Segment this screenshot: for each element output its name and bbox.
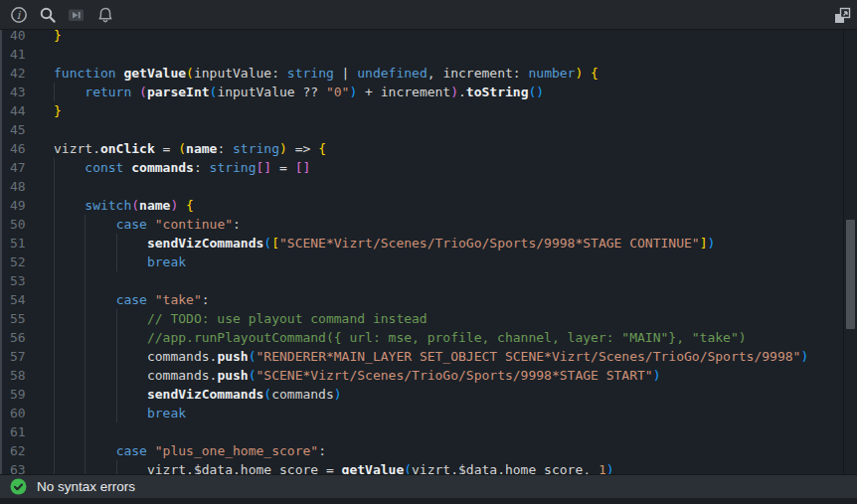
line-number[interactable]: 56: [10, 328, 36, 347]
code-line[interactable]: 49 switch(name) {: [2, 196, 843, 215]
indent-guide: [85, 422, 86, 441]
code-line[interactable]: 47 const commands: string[] = []: [2, 158, 843, 177]
code-line[interactable]: 40}: [2, 30, 843, 45]
code-token: }: [54, 103, 62, 118]
code-token: [54, 387, 147, 402]
line-number[interactable]: 61: [10, 422, 36, 441]
code-token: [: [271, 236, 279, 251]
line-number[interactable]: 62: [10, 441, 36, 460]
line-number[interactable]: 41: [10, 45, 36, 64]
line-number[interactable]: 57: [10, 347, 36, 366]
bell-icon[interactable]: [94, 4, 116, 26]
popout-window-icon[interactable]: [831, 5, 853, 27]
line-number[interactable]: 50: [10, 215, 36, 234]
code-token: (: [178, 141, 186, 156]
code-line[interactable]: 52 break: [2, 252, 843, 271]
line-number[interactable]: 55: [10, 309, 36, 328]
code-line[interactable]: 60 break: [2, 404, 843, 422]
line-number[interactable]: 52: [10, 252, 36, 271]
code-token: (: [186, 66, 194, 81]
code-line[interactable]: 62 case "plus_one_home_score":: [2, 441, 843, 460]
code-token: [178, 198, 186, 213]
code-text: const commands: string[] = []: [54, 158, 310, 177]
line-number[interactable]: 40: [10, 30, 36, 45]
code-line[interactable]: 58 commands.push("SCENE*Vizrt/Scenes/Tri…: [2, 366, 843, 385]
indent-guide: [54, 271, 55, 290]
line-number[interactable]: 59: [10, 385, 36, 404]
line-number[interactable]: 60: [10, 404, 36, 422]
code-line[interactable]: 59 sendVizCommands(commands): [2, 385, 843, 404]
code-token: , increment:: [428, 66, 529, 81]
line-number[interactable]: 48: [10, 177, 36, 196]
code-token: [54, 84, 85, 99]
vertical-scrollbar[interactable]: [843, 30, 857, 474]
code-token: ): [334, 387, 342, 402]
code-token: ): [450, 84, 458, 99]
code-line[interactable]: 63 vizrt.$data.home_score = getValue(viz…: [2, 460, 843, 474]
code-token: }: [54, 30, 62, 43]
code-token: vizrt.$data.home_score,: [412, 462, 599, 474]
code-text: }: [54, 30, 62, 45]
code-text: case "take":: [54, 290, 210, 309]
code-line[interactable]: 54 case "take":: [2, 290, 843, 309]
code-token: =: [271, 160, 294, 175]
code-text: }: [54, 101, 62, 120]
line-number[interactable]: 54: [10, 290, 36, 309]
line-number[interactable]: 63: [10, 460, 36, 474]
code-token: :: [217, 141, 233, 156]
code-token: ): [653, 368, 661, 383]
run-icon[interactable]: [66, 4, 87, 26]
code-token: case: [116, 217, 147, 232]
code-token: switch: [85, 198, 131, 213]
code-token: [54, 292, 116, 307]
code-token: case: [116, 292, 147, 307]
code-line[interactable]: 56 //app.runPlayoutCommand({ url: mse, p…: [2, 328, 843, 347]
line-number[interactable]: 49: [10, 196, 36, 215]
code-token: [54, 254, 147, 269]
code-token: //app.runPlayoutCommand({ url: mse, prof…: [147, 330, 747, 345]
code-token: getValue: [123, 66, 186, 81]
line-number[interactable]: 51: [10, 234, 36, 252]
code-editor[interactable]: 40}4142function getValue(inputValue: str…: [0, 30, 857, 474]
code-line[interactable]: 48: [2, 177, 843, 196]
line-number[interactable]: 45: [10, 120, 36, 139]
code-line[interactable]: 57 commands.push("RENDERER*MAIN_LAYER SE…: [2, 347, 843, 366]
line-number[interactable]: 46: [10, 139, 36, 158]
code-token: |: [334, 66, 357, 81]
code-token: [54, 160, 85, 175]
code-line[interactable]: 61: [2, 422, 843, 441]
code-line[interactable]: 42function getValue(inputValue: string |…: [2, 64, 843, 83]
code-line[interactable]: 53: [2, 271, 843, 290]
info-icon[interactable]: i: [8, 4, 30, 26]
code-token: (: [249, 368, 257, 383]
code-line[interactable]: 55 // TODO: use playout command instead: [2, 309, 843, 328]
code-line[interactable]: 50 case "continue":: [2, 215, 843, 234]
line-number[interactable]: 42: [10, 64, 36, 83]
line-number[interactable]: 44: [10, 101, 36, 120]
code-line[interactable]: 43 return (parseInt(inputValue ?? "0") +…: [2, 83, 843, 101]
code-token: 1: [599, 462, 606, 474]
code-line[interactable]: 41: [2, 45, 843, 64]
code-line[interactable]: 46vizrt.onClick = (name: string) => {: [2, 139, 843, 158]
code-token: ): [536, 84, 544, 99]
code-line[interactable]: 45: [2, 120, 843, 139]
code-token: push: [217, 368, 248, 383]
line-number[interactable]: 58: [10, 366, 36, 385]
code-token: (: [131, 198, 139, 213]
code-token: :: [194, 160, 210, 175]
code-token: "RENDERER*MAIN_LAYER SET_OBJECT SCENE*Vi…: [257, 349, 801, 364]
code-token: (: [139, 84, 147, 99]
code-text: break: [54, 404, 186, 422]
line-number[interactable]: 43: [10, 83, 36, 101]
line-number[interactable]: 53: [10, 271, 36, 290]
search-icon[interactable]: [37, 4, 59, 26]
code-line[interactable]: 44}: [2, 101, 843, 120]
line-number[interactable]: 47: [10, 158, 36, 177]
code-token: "plus_one_home_score": [155, 443, 318, 458]
code-token: ): [800, 349, 808, 364]
scrollbar-thumb[interactable]: [846, 220, 855, 329]
code-token: {: [318, 141, 326, 156]
code-token: undefined: [357, 66, 427, 81]
code-token: [147, 443, 155, 458]
code-line[interactable]: 51 sendVizCommands(["SCENE*Vizrt/Scenes/…: [2, 234, 843, 252]
